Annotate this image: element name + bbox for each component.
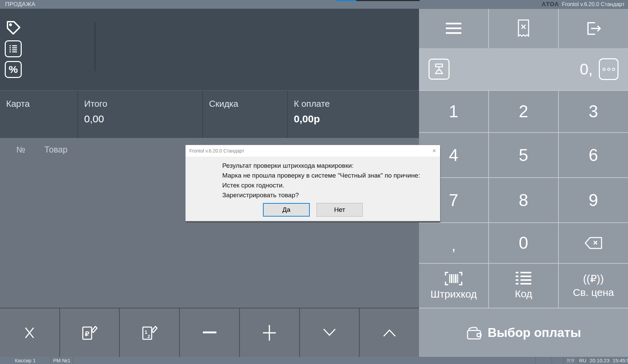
more-options-button[interactable] xyxy=(599,58,619,80)
numpad-row: 4 5 6 xyxy=(419,132,628,177)
tag-button[interactable] xyxy=(5,19,22,37)
numpad-function-row: Штрихкод Код ((₽)) Св. цена xyxy=(419,263,628,308)
chevron-up-icon xyxy=(383,328,396,337)
cancel-x-icon xyxy=(24,326,35,339)
statusbar-empty-cell xyxy=(552,357,563,364)
numpad-row: 7 8 9 xyxy=(419,177,628,222)
quantity-edit-icon: 1 2 xyxy=(141,325,158,341)
scale-icon xyxy=(433,63,445,75)
sync-indicator: !!:!! xyxy=(563,357,578,364)
edit-price-button[interactable]: ₽ xyxy=(60,308,120,357)
cashier-name: Кассир 1 xyxy=(0,357,51,364)
tag-icon xyxy=(5,19,22,36)
percent-icon: % xyxy=(9,64,18,75)
dialog-title: Frontol v.6.20.0 Стандарт xyxy=(189,148,244,154)
close-icon[interactable]: ✕ xyxy=(432,148,436,154)
workstation-id: РМ №1 xyxy=(51,357,73,364)
more-options-icon xyxy=(603,68,606,71)
barcode-label: Штрихкод xyxy=(431,288,477,300)
key-0[interactable]: 0 xyxy=(488,223,558,263)
key-5[interactable]: 5 xyxy=(488,133,558,177)
increase-button[interactable] xyxy=(240,308,300,357)
total-label: Итого xyxy=(84,99,202,109)
barcode-icon xyxy=(444,271,463,286)
exit-button[interactable] xyxy=(558,9,628,48)
top-edge-accent-dark xyxy=(356,0,420,1)
key-3[interactable]: 3 xyxy=(558,91,628,132)
svg-text:₽: ₽ xyxy=(85,330,89,338)
code-list-icon xyxy=(516,272,531,285)
key-2[interactable]: 2 xyxy=(488,91,558,132)
card-label: Карта xyxy=(6,99,77,109)
column-number: № xyxy=(16,145,25,155)
dialog-body: Результат проверки штрихкода маркировки:… xyxy=(186,157,440,221)
key-6[interactable]: 6 xyxy=(558,133,628,177)
key-8[interactable]: 8 xyxy=(488,178,558,222)
backspace-key[interactable] xyxy=(558,223,628,263)
free-price-button[interactable]: ((₽)) Св. цена xyxy=(558,264,628,308)
free-price-label: Св. цена xyxy=(573,287,614,298)
pos-screen: ПРОДАЖА ΛTOΛ Frontol v.6.20.0 Стандарт xyxy=(0,0,628,364)
discount-cell: Скидка xyxy=(203,90,288,138)
total-cell: Итого 0,00 xyxy=(78,90,203,138)
statusbar-empty-cell xyxy=(535,357,552,364)
yes-button[interactable]: Да xyxy=(263,203,310,217)
no-button[interactable]: Нет xyxy=(317,203,363,217)
card-cell: Карта xyxy=(0,90,78,138)
datetime-cell: 20.10.23 15:45:58 xyxy=(587,357,628,364)
due-label: К оплате xyxy=(294,99,419,109)
decrease-button[interactable] xyxy=(180,308,240,357)
void-receipt-button[interactable] xyxy=(488,9,558,48)
statusbar-spacer xyxy=(73,357,535,364)
free-price-icon: ((₽)) xyxy=(583,274,604,284)
numpad-display: 0, xyxy=(419,48,628,90)
brand-area: ΛTOΛ Frontol v.6.20.0 Стандарт xyxy=(542,1,625,8)
dialog-title-bar: Frontol v.6.20.0 Стандарт ✕ xyxy=(186,145,440,157)
totals-band: Карта Итого 0,00 Скидка К оплате 0,00р xyxy=(0,90,419,138)
exit-icon xyxy=(586,21,601,36)
numpad-top-row xyxy=(419,9,628,48)
key-9[interactable]: 9 xyxy=(558,178,628,222)
app-version: Frontol v.6.20.0 Стандарт xyxy=(562,1,625,7)
panel-divider xyxy=(95,22,95,71)
barcode-button[interactable]: Штрихкод xyxy=(419,264,488,308)
dialog-message-line: Результат проверки штрихкода маркировки: xyxy=(222,161,440,170)
dialog-message-line: Марка не прошла проверку в системе "Чест… xyxy=(222,170,440,180)
dialog-message-line: Зарегистрировать товар? xyxy=(222,190,440,200)
receipt-cancel-icon xyxy=(517,19,530,38)
discount-label: Скидка xyxy=(209,99,287,109)
price-edit-icon: ₽ xyxy=(81,325,98,341)
chevron-down-icon xyxy=(323,328,336,337)
discount-button[interactable]: % xyxy=(5,61,22,78)
key-1[interactable]: 1 xyxy=(419,91,488,132)
void-position-button[interactable] xyxy=(0,308,60,357)
move-up-button[interactable] xyxy=(360,308,419,357)
numpad-row: 1 2 3 xyxy=(419,90,628,132)
dialog-message: Результат проверки штрихкода маркировки:… xyxy=(186,161,440,200)
edit-quantity-button[interactable]: 1 2 xyxy=(120,308,180,357)
dialog-buttons: Да Нет xyxy=(186,203,440,217)
numpad-row: , 0 xyxy=(419,222,628,263)
atol-logo: ΛTOΛ xyxy=(542,1,559,8)
payment-label: Выбор оплаты xyxy=(488,326,581,340)
receipt-tools-panel: % xyxy=(0,9,419,90)
due-value: 0,00р xyxy=(294,113,419,125)
scale-button[interactable] xyxy=(429,59,450,80)
entry-value: 0, xyxy=(580,60,593,78)
mode-title: ПРОДАЖА xyxy=(5,1,35,8)
top-edge-accent-blue xyxy=(336,0,356,1)
positions-list-button[interactable] xyxy=(5,40,22,57)
backspace-icon xyxy=(584,237,603,249)
code-button[interactable]: Код xyxy=(488,264,558,308)
list-icon xyxy=(8,44,18,54)
move-down-button[interactable] xyxy=(300,308,360,357)
plus-icon xyxy=(262,324,277,341)
due-cell: К оплате 0,00р xyxy=(288,90,419,138)
payment-select-button[interactable]: Выбор оплаты xyxy=(419,308,628,357)
key-comma[interactable]: , xyxy=(419,223,488,263)
svg-text:1: 1 xyxy=(145,329,147,335)
keyboard-language: RU xyxy=(578,357,587,364)
status-date: 20.10.23 xyxy=(590,358,609,363)
menu-button[interactable] xyxy=(419,9,488,48)
title-bar: ПРОДАЖА ΛTOΛ Frontol v.6.20.0 Стандарт xyxy=(0,0,628,9)
